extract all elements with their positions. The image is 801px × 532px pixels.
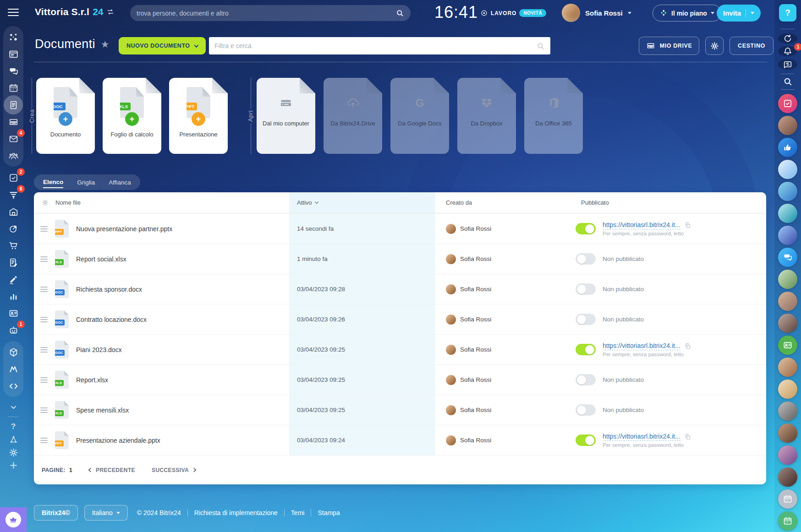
footer-link-temi[interactable]: Temi	[291, 509, 305, 516]
author-name[interactable]: Sofia Rossi	[460, 346, 491, 353]
plan-button[interactable]: Il mio piano	[653, 5, 721, 22]
footer-link-implementation[interactable]: Richiesta di implementazione	[194, 509, 278, 516]
chat-preview[interactable]	[778, 160, 797, 179]
sidebar-item-market[interactable]	[6, 363, 20, 375]
chat-avatar[interactable]	[778, 380, 797, 399]
plus-icon[interactable]: +	[125, 112, 139, 126]
chat-avatar[interactable]	[778, 467, 797, 487]
messenger-button[interactable]	[778, 59, 797, 69]
tab-elenco[interactable]: Elenco	[43, 177, 63, 188]
sidebar-item-analytics[interactable]	[6, 290, 20, 303]
mio-drive-button[interactable]: MIO DRIVE	[639, 37, 699, 55]
search-icon[interactable]	[536, 42, 545, 50]
previous-page-button[interactable]: PRECEDENTE	[89, 467, 135, 473]
create-document-card[interactable]: DOC + Documento	[36, 78, 95, 154]
file-name[interactable]: Piani 2023.docx	[76, 346, 122, 353]
sidebar-item-chat[interactable]	[6, 65, 20, 77]
sidebar-item-groups[interactable]	[6, 149, 20, 162]
author-name[interactable]: Sofia Rossi	[460, 255, 491, 262]
upgrade-plan-button[interactable]	[0, 507, 27, 532]
documents-settings-button[interactable]	[705, 37, 724, 55]
publish-toggle[interactable]	[576, 434, 596, 446]
sidebar-structure[interactable]	[6, 433, 20, 446]
chat-preview[interactable]	[778, 204, 797, 223]
column-header-pubblicato[interactable]: Pubblicato	[570, 192, 766, 213]
sidebar-item-mail[interactable]: 4	[6, 132, 20, 145]
author-name[interactable]: Sofia Rossi	[460, 316, 491, 323]
file-name[interactable]: Spese mensili.xlsx	[76, 407, 129, 414]
author-name[interactable]: Sofia Rossi	[460, 376, 491, 383]
drag-handle-icon[interactable]	[40, 347, 48, 353]
sidebar-item-calendar[interactable]	[6, 81, 20, 94]
sidebar-item-sites[interactable]	[6, 346, 20, 358]
sidebar-item-feed[interactable]	[6, 48, 20, 60]
sidebar-item-warehouse[interactable]	[6, 205, 20, 218]
footer-link-stampa[interactable]: Stampa	[318, 509, 340, 516]
chat-tasks-channel[interactable]	[778, 94, 797, 113]
copy-icon[interactable]	[684, 342, 691, 350]
menu-hamburger-icon[interactable]	[8, 9, 19, 18]
user-menu[interactable]: Sofia Rossi	[562, 4, 631, 22]
sidebar-item-documents[interactable]	[6, 98, 20, 111]
sidebar-expand[interactable]	[6, 401, 20, 413]
chat-preview[interactable]	[778, 226, 797, 245]
sidebar-help[interactable]: ?	[6, 420, 20, 433]
file-name[interactable]: Report social.xlsx	[76, 255, 126, 263]
company-logo[interactable]: Vittoria S.r.l 24	[35, 6, 115, 17]
chat-calendar-channel[interactable]	[778, 511, 797, 531]
open-from-office365-card[interactable]: Da Office 365	[524, 78, 583, 154]
copy-icon[interactable]	[684, 433, 691, 440]
drag-handle-icon[interactable]	[40, 377, 48, 383]
favorite-star-icon[interactable]: ★	[101, 39, 110, 50]
bitrix24-brand-button[interactable]: Bitrix24©	[34, 505, 78, 521]
invite-button[interactable]: Invita	[717, 5, 761, 22]
open-from-computer-card[interactable]: Dal mio computer	[257, 78, 315, 154]
global-search[interactable]	[130, 5, 411, 21]
column-header-creato-da[interactable]: Creato da	[435, 192, 570, 213]
updates-button[interactable]	[778, 33, 797, 43]
sidebar-add[interactable]	[6, 459, 20, 472]
new-document-button[interactable]: NUOVO DOCUMENTO	[119, 37, 206, 54]
chat-avatar[interactable]	[778, 116, 797, 135]
sidebar-item-collab[interactable]	[6, 31, 20, 43]
clock[interactable]: 16:41	[434, 3, 478, 22]
sidebar-item-shop[interactable]	[6, 239, 20, 252]
user-avatar[interactable]	[562, 4, 580, 22]
filter-search[interactable]	[209, 37, 550, 54]
chat-avatar[interactable]	[778, 292, 797, 311]
search-icon[interactable]	[395, 9, 404, 17]
author-name[interactable]: Sofia Rossi	[460, 437, 491, 444]
sidebar-item-developer[interactable]	[6, 380, 20, 392]
chat-avatar[interactable]	[778, 445, 797, 465]
chat-avatar[interactable]	[778, 314, 797, 333]
publish-toggle[interactable]	[576, 223, 596, 234]
drag-handle-icon[interactable]	[40, 226, 48, 232]
file-name[interactable]: Richiesta sponsor.docx	[76, 286, 142, 293]
chat-contacts-channel[interactable]	[778, 336, 797, 355]
tab-affianca[interactable]: Affianca	[109, 177, 131, 188]
sidebar-settings[interactable]	[6, 446, 20, 459]
cestino-button[interactable]: CESTINO	[730, 37, 774, 55]
open-from-bitrix-drive-card[interactable]: Da Bitrix24.Drive	[324, 78, 382, 154]
author-name[interactable]: Sofia Rossi	[460, 407, 491, 413]
drag-handle-icon[interactable]	[40, 287, 48, 292]
drag-handle-icon[interactable]	[40, 407, 48, 413]
open-from-google-docs-card[interactable]: G Da Google Docs	[390, 78, 449, 154]
drag-handle-icon[interactable]	[40, 256, 48, 262]
publish-toggle[interactable]	[576, 404, 596, 416]
public-link[interactable]: https://vittoriasrl.bitrix24.it...	[603, 342, 680, 351]
chat-preview[interactable]	[778, 182, 797, 201]
grid-settings-gear-icon[interactable]	[41, 199, 49, 206]
copy-icon[interactable]	[684, 222, 691, 229]
sidebar-item-contact-center[interactable]	[6, 307, 20, 320]
file-name[interactable]: Contratto locazione.docx	[76, 316, 147, 323]
chat-avatar[interactable]	[778, 270, 797, 289]
chat-likes-channel[interactable]	[778, 138, 797, 157]
file-name[interactable]: Nuova presentazione partner.pptx	[76, 225, 172, 233]
notifications-button[interactable]: 1	[778, 46, 797, 56]
chat-group-channel[interactable]	[778, 248, 797, 267]
file-name[interactable]: Report.xlsx	[76, 376, 108, 384]
publish-toggle[interactable]	[576, 283, 596, 295]
chat-calendar-channel[interactable]	[778, 489, 797, 509]
work-status[interactable]: LAVORO NOVITÀ	[480, 9, 546, 17]
